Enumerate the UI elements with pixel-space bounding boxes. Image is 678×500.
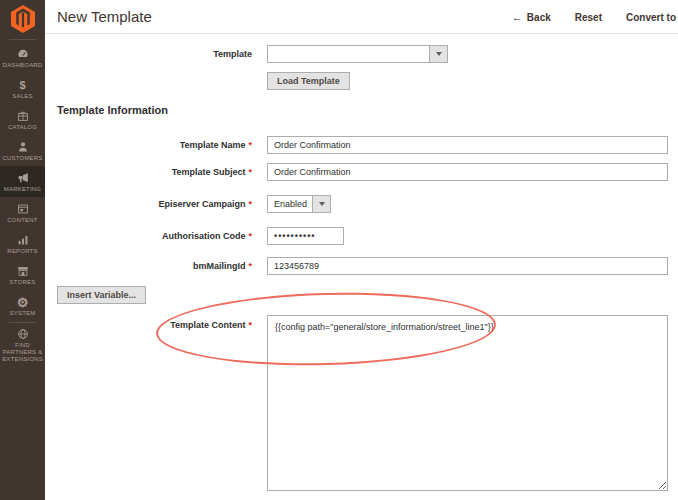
content-icon — [16, 202, 30, 216]
load-template-button[interactable]: Load Template — [267, 72, 350, 90]
template-select-value — [268, 46, 429, 62]
required-marker: * — [248, 167, 252, 177]
catalog-icon — [16, 109, 30, 123]
template-subject-label: Template Subject* — [45, 163, 252, 181]
section-title-template-information: Template Information — [57, 104, 168, 116]
customers-icon — [16, 140, 30, 154]
bmmailingid-input[interactable]: 123456789 — [267, 257, 668, 275]
sidebar-item-system[interactable]: ⚙ SYSTEM — [0, 290, 45, 321]
required-marker: * — [248, 231, 252, 241]
sidebar-divider — [9, 322, 36, 323]
sidebar-item-label: DASHBOARD — [3, 62, 43, 69]
chevron-down-icon — [312, 196, 330, 212]
sidebar-item-label: REPORTS — [7, 248, 37, 255]
required-marker: * — [248, 140, 252, 150]
page-header: New Template ←Back Reset Convert to — [45, 0, 678, 34]
sidebar-item-catalog[interactable]: CATALOG — [0, 104, 45, 135]
episerver-campaign-value: Enabled — [268, 196, 312, 212]
sales-icon: $ — [19, 78, 25, 92]
episerver-campaign-select[interactable]: Enabled — [267, 195, 331, 213]
system-icon: ⚙ — [17, 295, 29, 309]
page-title: New Template — [57, 0, 152, 34]
dashboard-icon — [16, 47, 30, 61]
marketing-icon — [16, 171, 30, 185]
authorisation-code-label: Authorisation Code* — [45, 227, 252, 245]
magento-logo-icon — [10, 5, 36, 33]
episerver-campaign-label: Episerver Campaign* — [45, 195, 252, 213]
back-button[interactable]: ←Back — [512, 11, 551, 23]
arrow-left-icon: ← — [512, 11, 523, 23]
stores-icon — [16, 264, 30, 278]
template-content-textarea[interactable]: {{config path="general/store_information… — [267, 315, 668, 491]
template-select-label: Template — [45, 45, 252, 63]
authorisation-code-input[interactable]: •••••••••• — [267, 227, 344, 245]
sidebar-item-label: SALES — [12, 93, 32, 100]
sidebar-item-label: SYSTEM — [10, 310, 36, 317]
sidebar-item-label: CUSTOMERS — [2, 155, 42, 162]
sidebar-item-label: CATALOG — [8, 124, 37, 131]
template-subject-input[interactable]: Order Confirmation — [267, 163, 668, 181]
required-marker: * — [248, 199, 252, 209]
sidebar-item-reports[interactable]: REPORTS — [0, 228, 45, 259]
convert-to-button[interactable]: Convert to — [626, 12, 676, 23]
sidebar-item-customers[interactable]: CUSTOMERS — [0, 135, 45, 166]
insert-variable-button[interactable]: Insert Variable... — [57, 286, 146, 304]
reset-button[interactable]: Reset — [575, 12, 602, 23]
template-select[interactable] — [267, 45, 448, 63]
sidebar-item-label: CONTENT — [7, 217, 37, 224]
sidebar-item-marketing[interactable]: MARKETING — [0, 166, 45, 197]
sidebar-item-content[interactable]: CONTENT — [0, 197, 45, 228]
template-content-label: Template Content* — [45, 316, 252, 334]
sidebar-item-dashboard[interactable]: DASHBOARD — [0, 42, 45, 73]
reports-icon — [16, 233, 30, 247]
sidebar: DASHBOARD $ SALES CATALOG CUSTOMERS MARK… — [0, 0, 45, 500]
sidebar-item-label: STORES — [10, 279, 36, 286]
new-template-page: DASHBOARD $ SALES CATALOG CUSTOMERS MARK… — [0, 0, 678, 500]
required-marker: * — [248, 320, 252, 330]
sidebar-item-label: MARKETING — [4, 186, 41, 193]
template-name-label: Template Name* — [45, 136, 252, 154]
sidebar-item-label: FIND PARTNERS & EXTENSIONS — [1, 342, 45, 363]
sidebar-item-find-partners[interactable]: FIND PARTNERS & EXTENSIONS — [0, 325, 45, 363]
header-actions: ←Back Reset Convert to — [488, 0, 676, 34]
chevron-down-icon — [429, 46, 447, 62]
sidebar-item-sales[interactable]: $ SALES — [0, 73, 45, 104]
template-name-input[interactable]: Order Confirmation — [267, 136, 668, 154]
required-marker: * — [248, 261, 252, 271]
sidebar-item-stores[interactable]: STORES — [0, 259, 45, 290]
magento-logo[interactable] — [0, 0, 45, 38]
bmmailingid-label: bmMailingId* — [45, 257, 252, 275]
sidebar-divider — [9, 39, 36, 40]
find-partners-icon — [16, 327, 30, 341]
